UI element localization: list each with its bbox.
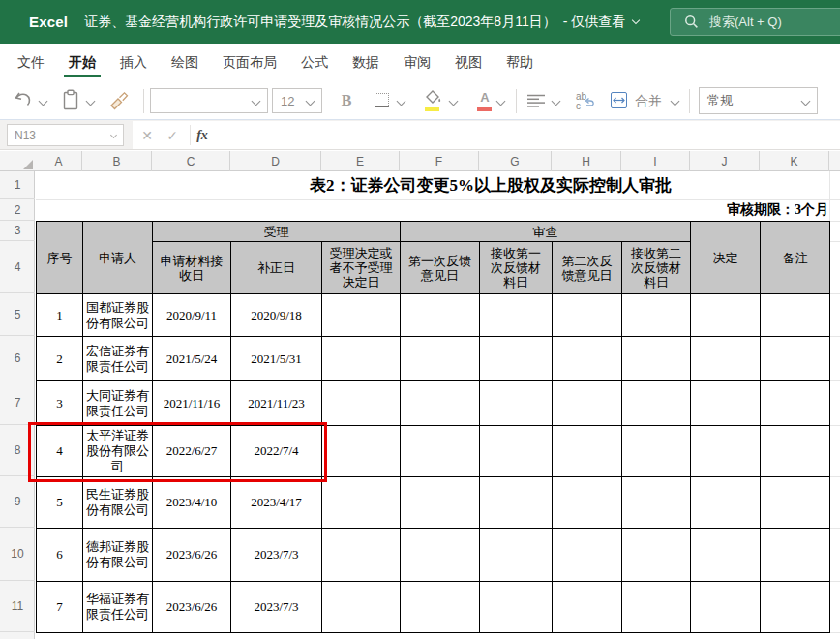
table-cell[interactable] — [621, 476, 691, 529]
table-cell[interactable]: 2021/11/23 — [230, 380, 322, 426]
table-cell[interactable] — [552, 528, 622, 582]
table-cell[interactable] — [479, 476, 553, 529]
table-cell[interactable] — [321, 380, 401, 426]
table-cell[interactable] — [690, 425, 761, 477]
column-header[interactable]: E — [321, 151, 400, 171]
table-cell[interactable] — [479, 528, 553, 582]
select-all-corner[interactable] — [23, 160, 33, 169]
table-cell[interactable]: 2023/7/3 — [230, 528, 322, 582]
document-title[interactable]: 证券、基金经营机构行政许可申请受理及审核情况公示（截至2023年8月11日） — [84, 14, 555, 31]
table-cell[interactable] — [321, 425, 401, 477]
table-cell[interactable] — [552, 336, 622, 381]
bold-button[interactable]: B — [336, 90, 357, 111]
column-header[interactable]: J — [690, 151, 760, 171]
font-size-select[interactable]: 12 — [272, 88, 322, 113]
table-cell[interactable] — [621, 336, 691, 381]
table-cell[interactable] — [552, 476, 622, 529]
table-cell[interactable]: 2020/9/18 — [230, 293, 322, 337]
app-logo[interactable]: Excel — [29, 14, 68, 30]
table-cell[interactable] — [321, 336, 401, 381]
header-cell[interactable]: 申请人 — [82, 221, 153, 294]
ribbon-tab[interactable]: 页面布局 — [223, 44, 277, 82]
table-cell[interactable] — [552, 581, 622, 633]
header-cell[interactable]: 审查 — [400, 221, 691, 242]
column-header[interactable]: I — [621, 151, 690, 171]
table-cell[interactable]: 2021/11/16 — [152, 380, 231, 426]
table-cell[interactable] — [690, 581, 761, 633]
header-cell[interactable]: 申请材料接 收日 — [152, 241, 231, 294]
table-cell[interactable] — [760, 425, 830, 477]
row-header[interactable]: 2 — [0, 199, 35, 221]
insert-function-button[interactable]: fx — [191, 124, 214, 146]
table-cell[interactable] — [760, 476, 830, 529]
table-cell[interactable] — [760, 293, 830, 337]
table-cell[interactable] — [552, 425, 622, 477]
table-cell[interactable]: 2 — [36, 336, 83, 381]
table-cell[interactable] — [400, 425, 480, 477]
cancel-button[interactable]: ✕ — [135, 124, 159, 146]
paste-button[interactable] — [61, 89, 80, 111]
table-cell[interactable] — [552, 293, 622, 337]
undo-dropdown-chevron[interactable] — [39, 97, 48, 106]
table-cell[interactable]: 2021/5/31 — [230, 336, 322, 381]
header-cell[interactable]: 决定 — [690, 221, 761, 294]
ribbon-tab[interactable]: 公式 — [301, 44, 328, 82]
number-format-select[interactable]: 常规 — [699, 87, 818, 114]
table-cell[interactable] — [321, 581, 401, 633]
applicant-cell[interactable]: 华福证券有限责任公司 — [82, 581, 153, 633]
row-header[interactable]: 11 — [0, 581, 35, 632]
ribbon-tab[interactable]: 绘图 — [171, 44, 198, 82]
table-cell[interactable] — [479, 425, 553, 477]
column-header[interactable]: B — [82, 151, 152, 171]
borders-dropdown-chevron[interactable] — [397, 97, 406, 106]
table-cell[interactable] — [479, 293, 553, 337]
table-cell[interactable]: 2023/7/3 — [230, 581, 322, 633]
table-cell[interactable] — [400, 476, 480, 529]
column-header[interactable]: H — [552, 151, 621, 171]
alignment-button[interactable] — [527, 94, 546, 107]
header-cell[interactable]: 第一次反馈 意见日 — [400, 241, 480, 294]
ribbon-tab[interactable]: 开始 — [69, 44, 96, 82]
table-cell[interactable] — [552, 380, 622, 426]
table-cell[interactable] — [321, 528, 401, 582]
table-cell[interactable] — [479, 581, 553, 633]
applicant-cell[interactable]: 民生证券股份有限公司 — [82, 476, 153, 529]
ribbon-tab[interactable]: 数据 — [352, 44, 379, 82]
applicant-cell[interactable]: 德邦证券股份有限公司 — [82, 528, 153, 582]
table-cell[interactable] — [760, 336, 830, 381]
table-cell[interactable] — [400, 528, 480, 582]
header-cell[interactable]: 受理 — [152, 221, 401, 242]
formula-input[interactable] — [133, 121, 840, 149]
table-cell[interactable] — [690, 528, 761, 582]
table-cell[interactable] — [400, 293, 480, 337]
column-header[interactable]: K — [760, 151, 829, 171]
column-header[interactable]: D — [230, 151, 321, 171]
applicant-cell[interactable]: 宏信证券有限责任公司 — [82, 336, 153, 381]
table-cell[interactable]: 2023/6/26 — [152, 528, 231, 582]
header-cell[interactable]: 第二次反 馈意见日 — [552, 241, 622, 294]
column-header[interactable]: A — [36, 151, 82, 171]
header-cell[interactable]: 序号 — [36, 221, 83, 294]
header-cell[interactable]: 补正日 — [230, 241, 322, 294]
ribbon-tab[interactable]: 文件 — [17, 44, 45, 82]
font-color-button[interactable]: A — [477, 90, 493, 111]
ribbon-tab[interactable]: 插入 — [120, 44, 147, 82]
table-cell[interactable] — [400, 336, 480, 381]
row-header[interactable]: 6 — [0, 336, 35, 380]
table-cell[interactable] — [690, 476, 761, 529]
row-header[interactable]: 9 — [0, 476, 35, 528]
table-cell[interactable] — [760, 380, 830, 426]
header-cell[interactable]: 受理决定或 者不予受理 决定日 — [321, 241, 401, 294]
merge-cells-button[interactable] — [611, 92, 627, 108]
row-header[interactable]: 1 — [0, 171, 35, 199]
fill-color-button[interactable] — [425, 90, 442, 111]
column-header[interactable]: F — [400, 151, 479, 171]
table-cell[interactable]: 1 — [36, 293, 83, 337]
column-header[interactable]: G — [479, 151, 552, 171]
table-cell[interactable] — [400, 581, 480, 633]
row-header[interactable]: 10 — [0, 528, 35, 581]
name-box[interactable]: N13 — [7, 124, 124, 146]
table-cell[interactable]: 6 — [36, 528, 83, 582]
table-cell[interactable] — [760, 528, 830, 582]
table-cell[interactable]: 3 — [36, 380, 83, 426]
